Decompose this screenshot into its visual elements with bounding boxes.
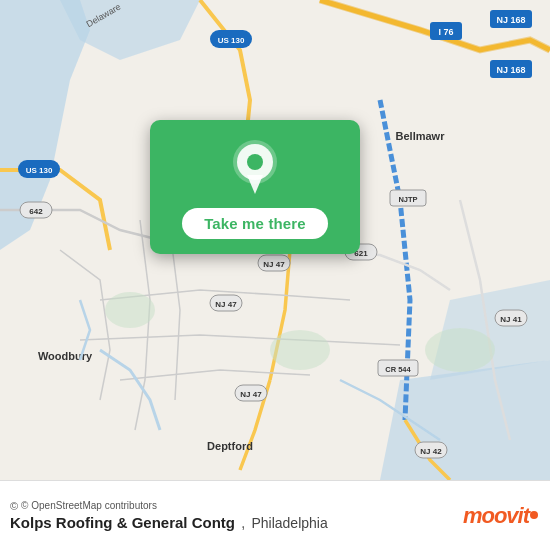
svg-text:NJ 47: NJ 47 (263, 260, 285, 269)
svg-point-35 (425, 328, 495, 372)
svg-text:Deptford: Deptford (207, 440, 253, 452)
place-name: Kolps Roofing & General Contg (10, 514, 235, 531)
svg-text:642: 642 (29, 207, 43, 216)
copyright-symbol: © (10, 500, 18, 512)
bottom-bar: © © OpenStreetMap contributors Kolps Roo… (0, 480, 550, 550)
moovit-logo: moovit (463, 503, 538, 529)
place-city: Philadelphia (251, 515, 327, 531)
svg-text:I 76: I 76 (438, 27, 453, 37)
take-me-there-button[interactable]: Take me there (182, 208, 328, 239)
svg-text:NJ 168: NJ 168 (496, 15, 525, 25)
svg-marker-39 (247, 175, 263, 194)
location-card: Take me there (150, 120, 360, 254)
svg-text:US 130: US 130 (218, 36, 245, 45)
svg-text:Bellmawr: Bellmawr (396, 130, 446, 142)
svg-text:NJ 168: NJ 168 (496, 65, 525, 75)
svg-point-34 (105, 292, 155, 328)
moovit-logo-dot (530, 511, 538, 519)
svg-point-33 (270, 330, 330, 370)
location-pin-icon (228, 140, 282, 194)
copyright-line: © © OpenStreetMap contributors (10, 500, 328, 512)
map-container: I 76 NJ 168 NJ 168 US 130 US 130 642 NJT… (0, 0, 550, 480)
svg-text:NJ 41: NJ 41 (500, 315, 522, 324)
svg-text:CR 544: CR 544 (385, 365, 411, 374)
svg-text:Woodbury: Woodbury (38, 350, 93, 362)
place-separator: , (241, 514, 245, 532)
svg-text:US 130: US 130 (26, 166, 53, 175)
moovit-logo-text: moovit (463, 503, 529, 529)
copyright-text: © OpenStreetMap contributors (21, 500, 157, 511)
bottom-info: © © OpenStreetMap contributors Kolps Roo… (10, 500, 328, 532)
svg-text:NJ 47: NJ 47 (240, 390, 262, 399)
svg-point-38 (247, 154, 263, 170)
svg-text:NJTP: NJTP (398, 195, 417, 204)
svg-text:NJ 47: NJ 47 (215, 300, 237, 309)
svg-text:NJ 42: NJ 42 (420, 447, 442, 456)
